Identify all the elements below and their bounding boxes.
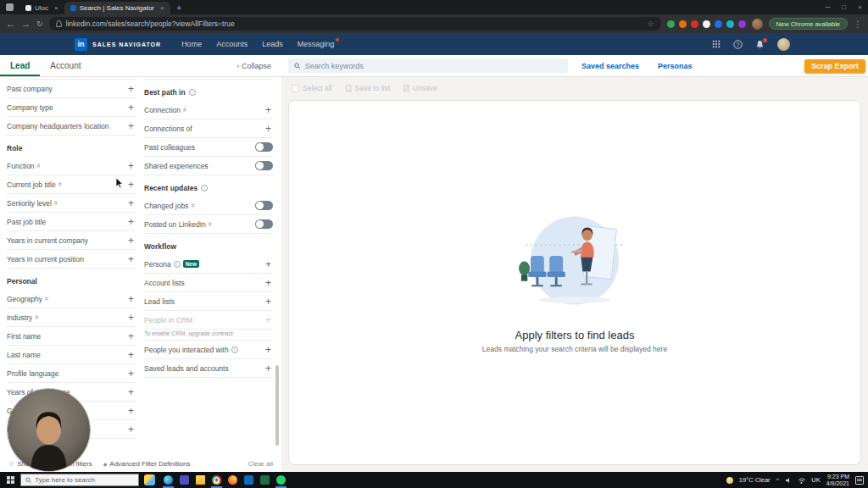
clear-all-link[interactable]: Clear all [248,460,273,468]
browser-tab-2-active[interactable]: Search | Sales Navigator × [64,2,170,14]
tab-lead[interactable]: Lead [0,55,40,76]
language-indicator[interactable]: UK [811,476,820,484]
chrome-update-button[interactable]: New Chrome available [769,18,848,30]
info-icon[interactable]: i [231,347,238,353]
add-filter-button[interactable]: + [265,363,273,374]
maximize-button[interactable]: □ [836,0,852,14]
add-filter-button[interactable]: + [128,235,136,247]
unsave-button[interactable]: Unsave [403,84,437,92]
forward-button[interactable]: → [21,19,31,29]
add-filter-button[interactable]: + [128,293,136,305]
help-icon[interactable]: ? [733,40,743,49]
nav-item-accounts[interactable]: Accounts [216,40,248,48]
taskbar-search-box[interactable] [20,474,139,486]
bookmark-star-icon[interactable]: ☆ [647,19,654,28]
extension-icon[interactable] [679,20,687,28]
add-filter-button[interactable]: + [265,258,273,270]
extension-icon[interactable] [715,20,722,28]
firefox-taskbar-icon[interactable] [225,472,241,488]
extension-icon[interactable] [738,20,746,28]
close-button[interactable]: × [852,0,868,14]
add-filter-button[interactable]: + [265,277,273,289]
user-avatar[interactable] [777,38,790,51]
add-filter-button[interactable]: + [128,83,136,95]
add-filter-button[interactable]: + [128,197,136,209]
add-filter-button[interactable]: + [128,102,136,114]
add-filter-button[interactable]: + [128,330,136,342]
info-icon[interactable]: i [174,261,181,268]
add-filter-button[interactable]: + [128,312,136,324]
chrome-taskbar-icon[interactable] [209,472,225,488]
add-filter-button[interactable]: + [128,349,136,361]
saved-searches-link[interactable]: Saved searches [581,62,639,70]
add-filter-button[interactable]: + [265,314,273,326]
tab-close-icon[interactable]: × [160,4,164,12]
select-all-checkbox[interactable] [292,85,299,92]
notification-center-icon[interactable] [855,476,864,485]
add-filter-button[interactable]: + [265,123,273,135]
extension-icon[interactable] [703,20,710,28]
extension-icon[interactable] [691,20,698,28]
browser-menu-icon[interactable]: ⋮ [854,19,862,29]
info-icon[interactable]: i [201,185,208,191]
widgets-icon[interactable] [144,474,155,485]
notifications-bell-icon[interactable] [755,40,765,49]
add-filter-button[interactable]: + [265,104,273,116]
info-icon[interactable]: i [189,89,196,96]
add-filter-button[interactable]: + [128,424,136,435]
nav-item-home[interactable]: Home [181,40,202,48]
folder-taskbar-icon[interactable] [192,472,209,488]
select-all-control[interactable]: Select all [292,84,332,92]
apps-grid-icon[interactable] [712,40,721,48]
add-filter-button[interactable]: + [128,120,136,132]
minimize-button[interactable]: ─ [820,0,836,14]
collapse-filters-link[interactable]: ‹ Collapse [236,62,271,70]
search-input[interactable] [305,62,562,70]
taskbar-search-input[interactable] [35,476,134,484]
start-button[interactable] [0,472,20,488]
linkedin-logo[interactable]: in [75,38,87,51]
network-icon[interactable] [798,477,805,484]
tab-close-icon[interactable]: × [54,4,58,12]
reload-button[interactable]: ↻ [36,20,43,28]
add-filter-button[interactable]: + [128,160,136,172]
scrap-export-button[interactable]: Scrap Export [804,59,865,73]
nav-item-messaging[interactable]: Messaging [298,40,335,48]
extension-icon[interactable] [667,20,675,28]
add-filter-button[interactable]: + [128,368,136,380]
filters-scrollbar[interactable] [275,365,279,446]
edge-taskbar-icon[interactable] [160,472,176,488]
extension-icon[interactable] [726,20,734,28]
taskbar-clock[interactable]: 9:23 PM 4/9/2021 [826,474,849,487]
toggle-switch-off[interactable] [255,201,273,210]
save-to-list-button[interactable]: Save to list [346,84,391,92]
nav-item-leads[interactable]: Leads [262,40,283,48]
volume-icon[interactable] [785,477,792,484]
tray-chevron-icon[interactable]: ^ [776,476,780,484]
personas-link[interactable]: Personas [658,62,693,70]
toggle-switch-off[interactable] [255,161,273,170]
advanced-filter-definitions-link[interactable]: ◆Advanced Filter Definitions [103,460,191,468]
teams-taskbar-icon[interactable] [176,472,192,488]
outlook-taskbar-icon[interactable] [241,472,257,488]
excel-taskbar-icon[interactable] [257,472,273,488]
add-filter-button[interactable]: + [265,296,273,308]
browser-profile-avatar[interactable] [752,19,763,30]
tab-account[interactable]: Account [40,55,91,76]
add-filter-button[interactable]: + [128,386,136,398]
content-area: Past company+Company type+Company headqu… [0,77,868,472]
add-filter-button[interactable]: + [128,216,136,228]
weather-text[interactable]: 19°C Clear [739,476,771,484]
toggle-switch-off[interactable] [255,219,273,229]
back-button[interactable]: ← [6,19,15,29]
keyword-search-box[interactable] [288,58,568,73]
add-filter-button[interactable]: + [128,253,136,265]
browser-tab-1[interactable]: Uloc × [19,2,64,14]
whatsapp-taskbar-icon[interactable] [273,472,289,488]
address-bar[interactable]: linkedin.com/sales/search/people?viewAll… [49,17,661,30]
add-filter-button[interactable]: + [128,179,136,191]
toggle-switch-off[interactable] [255,142,273,152]
new-tab-button[interactable]: + [173,2,186,14]
add-filter-button[interactable]: + [128,405,136,417]
add-filter-button[interactable]: + [265,344,273,356]
